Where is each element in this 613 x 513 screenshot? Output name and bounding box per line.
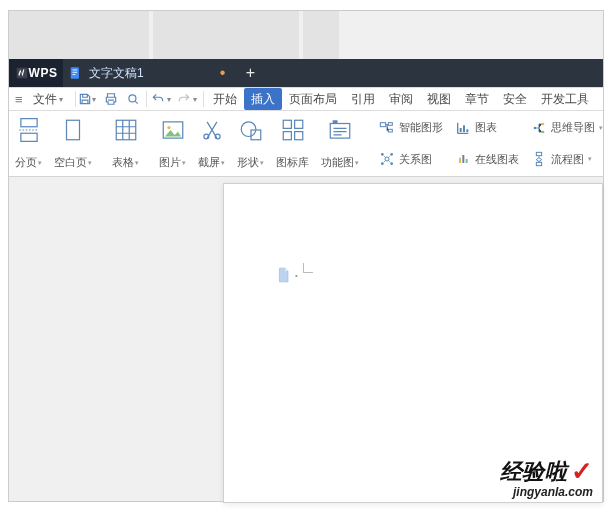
svg-point-27 [381, 163, 384, 166]
tab-security[interactable]: 安全 [496, 88, 534, 110]
tab-row: WPS 文字文稿1 • + [9, 59, 603, 87]
chevron-down-icon: ▾ [92, 95, 100, 104]
tab-sections[interactable]: 章节 [458, 88, 496, 110]
svg-rect-0 [71, 67, 79, 79]
tab-pagelayout[interactable]: 页面布局 [282, 88, 344, 110]
menu-icon[interactable]: ≡ [11, 92, 27, 107]
tab-insert[interactable]: 插入 [244, 88, 282, 110]
file-menu[interactable]: 文件 ▾ [27, 91, 73, 108]
chart-button[interactable]: 图表 [455, 120, 519, 136]
chart-icon [455, 120, 471, 136]
smartart-button[interactable]: 智能图形 [379, 120, 443, 136]
flowchart-icon [531, 151, 547, 167]
iconlib-button[interactable]: 图标库 [270, 115, 315, 172]
svg-rect-2 [73, 72, 78, 73]
svg-rect-15 [283, 120, 291, 128]
svg-point-26 [390, 153, 393, 156]
iconlib-icon [280, 117, 306, 143]
svg-point-28 [390, 163, 393, 166]
wps-icon [15, 66, 29, 80]
tiny-marker: • [295, 271, 298, 280]
new-tab-button[interactable]: + [235, 59, 265, 87]
redo-icon[interactable] [177, 92, 191, 106]
chevron-down-icon: ▾ [193, 95, 201, 104]
funcimg-icon [327, 117, 353, 143]
tab-devtools[interactable]: 开发工具 [534, 88, 596, 110]
picture-button[interactable]: 图片▾ [153, 115, 192, 172]
chevron-down-icon: ▾ [167, 95, 175, 104]
document-tab[interactable]: 文字文稿1 • [63, 59, 235, 87]
svg-point-36 [542, 122, 545, 125]
print-icon[interactable] [104, 92, 118, 106]
document-icon [69, 66, 83, 80]
svg-rect-30 [463, 125, 465, 132]
preview-icon[interactable] [126, 92, 140, 106]
onlinechart-icon [455, 151, 471, 167]
mindmap-button[interactable]: 思维导图▾ [531, 120, 603, 136]
blankpage-button[interactable]: 空白页▾ [48, 115, 98, 172]
svg-rect-7 [67, 120, 80, 140]
ribbon: 分页▾ 空白页▾ 表格▾ 图片▾ 截屏▾ [9, 111, 603, 177]
relation-button[interactable]: 关系图 [379, 151, 443, 167]
watermark-text: 经验啦 [500, 457, 568, 487]
funcimg-button[interactable]: 功能图▾ [315, 115, 365, 172]
doc-glyph-icon [277, 267, 291, 283]
flowchart-button[interactable]: 流程图▾ [531, 151, 603, 167]
chevron-down-icon: ▾ [59, 95, 67, 104]
svg-rect-21 [380, 122, 385, 126]
svg-rect-38 [536, 153, 541, 156]
wps-button[interactable]: WPS [9, 59, 63, 87]
wps-label: WPS [29, 66, 58, 80]
svg-rect-1 [73, 70, 78, 71]
titlebar-block [9, 11, 149, 59]
tab-review[interactable]: 审阅 [382, 88, 420, 110]
svg-rect-29 [460, 128, 462, 132]
ribbon-stack-1: 智能图形 关系图 [373, 111, 449, 176]
smartart-icon [379, 120, 395, 136]
ribbon-stack-2: 图表 在线图表 [449, 111, 525, 176]
svg-rect-8 [116, 120, 136, 140]
tab-reference[interactable]: 引用 [344, 88, 382, 110]
ribbon-stack-3: 思维导图▾ 流程图▾ [525, 111, 603, 176]
svg-rect-18 [294, 132, 302, 140]
svg-point-10 [167, 126, 170, 129]
svg-rect-5 [20, 119, 36, 127]
page-canvas[interactable] [223, 183, 603, 503]
svg-point-13 [241, 122, 256, 137]
pagebreak-button[interactable]: 分页▾ [9, 115, 48, 172]
svg-rect-32 [459, 158, 461, 163]
svg-rect-19 [330, 124, 350, 139]
svg-rect-33 [462, 155, 464, 163]
shapes-icon [238, 117, 264, 143]
shapes-button[interactable]: 形状▾ [231, 115, 270, 172]
file-label: 文件 [33, 91, 57, 108]
svg-rect-16 [294, 120, 302, 128]
screenshot-icon [199, 117, 225, 143]
table-button[interactable]: 表格▾ [106, 115, 145, 172]
svg-point-4 [129, 95, 136, 102]
svg-rect-22 [388, 122, 392, 125]
svg-point-35 [534, 126, 537, 129]
tab-start[interactable]: 开始 [206, 88, 244, 110]
titlebar-block [303, 11, 339, 59]
margin-corner-icon [303, 257, 319, 273]
relation-icon [379, 151, 395, 167]
check-icon: ✓ [571, 456, 593, 487]
tab-view[interactable]: 视图 [420, 88, 458, 110]
save-icon[interactable] [78, 92, 92, 106]
app-window: WPS 文字文稿1 • + ≡ 文件 ▾ ▾ ▾ ▾ 开始 插入 页面布局 引用… [8, 10, 604, 502]
watermark: 经验啦 ✓ jingyanla.com [500, 456, 594, 499]
unsaved-dot-icon: • [220, 64, 226, 82]
screenshot-button[interactable]: 截屏▾ [192, 115, 231, 172]
undo-icon[interactable] [151, 92, 165, 106]
svg-point-25 [381, 153, 384, 156]
svg-rect-20 [333, 120, 338, 123]
menu-bar: ≡ 文件 ▾ ▾ ▾ ▾ 开始 插入 页面布局 引用 审阅 视图 章节 安全 开… [9, 87, 603, 111]
table-icon [113, 117, 139, 143]
svg-rect-17 [283, 132, 291, 140]
picture-icon [160, 117, 186, 143]
onlinechart-button[interactable]: 在线图表 [455, 151, 519, 167]
cursor-glyph: • [277, 267, 298, 283]
blankpage-icon [60, 117, 86, 143]
plus-icon: + [246, 64, 255, 82]
